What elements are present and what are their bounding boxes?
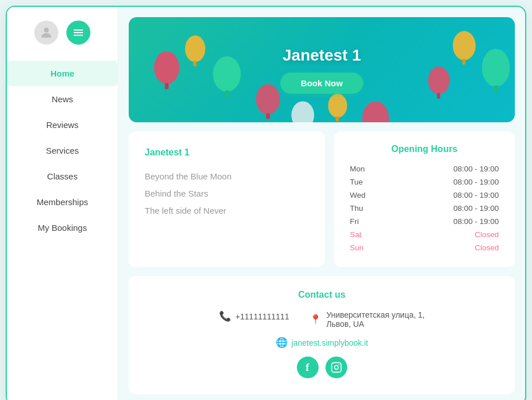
svg-rect-9: [225, 90, 229, 97]
hours-row-sat: Sat Closed: [350, 228, 499, 241]
svg-rect-21: [494, 86, 498, 93]
contact-details-row: 📞 +11111111111 📍 Университетская улица, …: [147, 310, 497, 329]
main-content: Janetest 1 Book Now Janetest 1 Beyond th…: [118, 7, 525, 400]
svg-point-20: [482, 49, 510, 86]
sidebar-item-news[interactable]: News: [7, 86, 118, 112]
day-wed: Wed: [350, 191, 366, 199]
info-line-2: Behind the Stars: [145, 185, 309, 202]
svg-point-14: [328, 94, 347, 118]
svg-point-16: [362, 101, 388, 122]
svg-rect-5: [165, 83, 169, 89]
bottom-panels: Janetest 1 Beyond the Blue Moon Behind t…: [129, 131, 515, 267]
svg-point-4: [154, 51, 179, 85]
menu-button[interactable]: [66, 21, 90, 45]
contact-address: Университетская улица, 1, Львов, UA: [326, 310, 424, 329]
svg-point-18: [453, 31, 476, 60]
contact-phone-item: 📞 +11111111111: [219, 310, 289, 322]
sidebar-header: [23, 21, 102, 45]
location-icon: 📍: [309, 314, 321, 326]
svg-point-25: [334, 366, 338, 370]
svg-point-10: [256, 84, 280, 114]
svg-point-6: [185, 35, 205, 62]
time-sun: Closed: [475, 243, 499, 252]
contact-website-link[interactable]: janetest.simplybook.it: [292, 338, 368, 347]
book-now-button[interactable]: Book Now: [280, 73, 363, 94]
facebook-button[interactable]: f: [297, 357, 319, 378]
info-line-1: Beyond the Blue Moon: [145, 168, 309, 185]
contact-address-item: 📍 Университетская улица, 1, Львов, UA: [309, 310, 424, 329]
contact-title: Contact us: [147, 290, 497, 300]
day-fri: Fri: [350, 217, 359, 226]
sidebar-item-home[interactable]: Home: [7, 61, 118, 86]
info-card-title: Janetest 1: [145, 147, 309, 158]
hero-title: Janetest 1: [280, 46, 363, 65]
hero-text-block: Janetest 1 Book Now: [280, 46, 363, 94]
time-wed: 08:00 - 19:00: [453, 191, 499, 199]
social-row: f: [147, 357, 497, 378]
svg-rect-2: [74, 32, 84, 33]
info-card-body: Beyond the Blue Moon Behind the Stars Th…: [145, 168, 309, 219]
day-thu: Thu: [350, 204, 363, 213]
svg-point-8: [213, 57, 241, 92]
svg-point-26: [338, 365, 339, 366]
sidebar-item-classes[interactable]: Classes: [7, 163, 118, 189]
avatar: [34, 21, 58, 45]
time-thu: 08:00 - 19:00: [453, 204, 499, 213]
day-mon: Mon: [350, 165, 365, 173]
info-line-3: The left side of Never: [145, 202, 309, 219]
svg-rect-7: [193, 61, 197, 66]
svg-rect-11: [266, 113, 270, 119]
sidebar-item-memberships[interactable]: Memberships: [7, 189, 118, 215]
globe-icon: 🌐: [276, 337, 288, 349]
svg-rect-24: [331, 363, 341, 373]
hero-banner: Janetest 1 Book Now: [129, 17, 515, 122]
svg-point-0: [44, 27, 49, 33]
sidebar: Home News Reviews Services Classes Membe…: [7, 7, 118, 400]
hours-row-tue: Tue 08:00 - 19:00: [350, 175, 499, 189]
opening-hours-title: Opening Hours: [350, 144, 499, 154]
svg-rect-1: [74, 30, 84, 31]
hours-row-mon: Mon 08:00 - 19:00: [350, 162, 499, 175]
hours-row-wed: Wed 08:00 - 19:00: [350, 189, 499, 202]
contact-card: Contact us 📞 +11111111111 📍 Университетс…: [129, 276, 515, 394]
hours-row-sun: Sun Closed: [350, 241, 499, 254]
instagram-button[interactable]: [325, 357, 347, 378]
day-sat: Sat: [350, 230, 362, 239]
svg-point-22: [428, 66, 450, 94]
sidebar-nav: Home News Reviews Services Classes Membe…: [7, 61, 118, 241]
hours-row-thu: Thu 08:00 - 19:00: [350, 202, 499, 215]
info-card: Janetest 1 Beyond the Blue Moon Behind t…: [129, 131, 325, 267]
time-tue: 08:00 - 19:00: [453, 178, 499, 186]
svg-rect-19: [462, 59, 466, 65]
sidebar-item-reviews[interactable]: Reviews: [7, 112, 118, 138]
day-tue: Tue: [350, 178, 363, 186]
app-container: Home News Reviews Services Classes Membe…: [6, 6, 526, 400]
svg-rect-15: [336, 117, 339, 122]
day-sun: Sun: [350, 243, 364, 252]
phone-icon: 📞: [219, 310, 231, 322]
hours-row-fri: Fri 08:00 - 19:00: [350, 215, 499, 228]
time-mon: 08:00 - 19:00: [453, 165, 499, 173]
time-sat: Closed: [475, 230, 499, 239]
sidebar-item-my-bookings[interactable]: My Bookings: [7, 215, 118, 241]
svg-rect-3: [74, 35, 84, 36]
time-fri: 08:00 - 19:00: [453, 217, 499, 226]
sidebar-item-services[interactable]: Services: [7, 138, 118, 163]
opening-hours-card: Opening Hours Mon 08:00 - 19:00 Tue 08:0…: [334, 131, 515, 267]
svg-point-12: [291, 101, 314, 122]
svg-rect-23: [437, 93, 440, 99]
contact-phone: +11111111111: [236, 312, 289, 321]
contact-website-row: 🌐 janetest.simplybook.it: [147, 337, 497, 349]
